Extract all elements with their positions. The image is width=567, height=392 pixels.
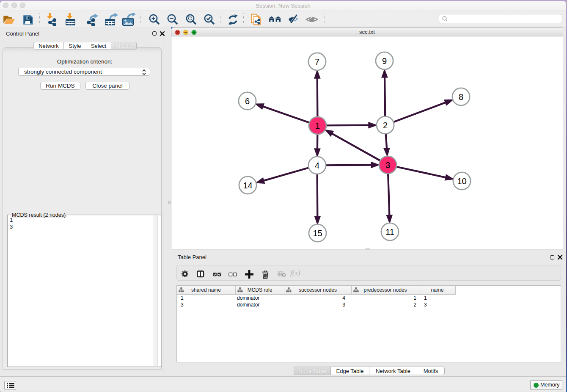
svg-text:9: 9 (382, 56, 387, 66)
svg-text:14: 14 (243, 181, 252, 190)
svg-text:4: 4 (315, 161, 319, 170)
svg-text:11: 11 (385, 227, 394, 237)
svg-text:8: 8 (459, 92, 463, 102)
svg-text:2: 2 (383, 121, 388, 130)
svg-text:10: 10 (457, 177, 466, 186)
svg-text:1: 1 (315, 121, 320, 130)
svg-text:15: 15 (313, 229, 322, 238)
svg-text:6: 6 (245, 97, 250, 106)
svg-text:7: 7 (315, 57, 319, 66)
svg-text:3: 3 (385, 160, 390, 170)
